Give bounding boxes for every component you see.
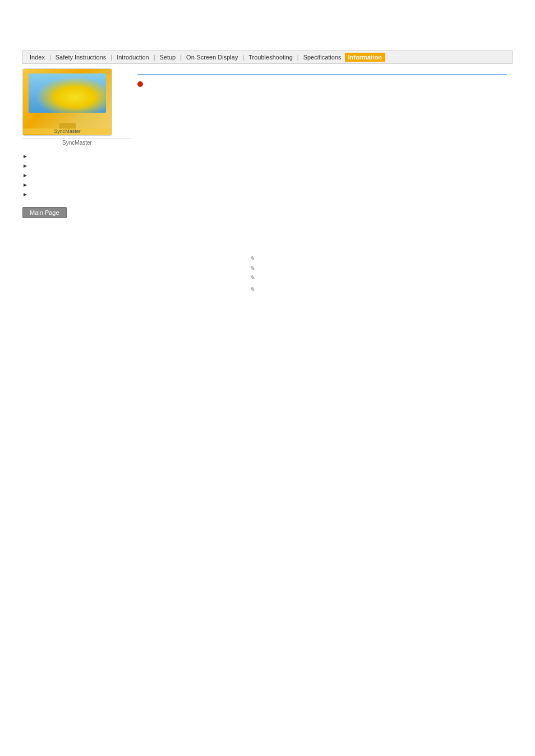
arrow-icon-5: ► bbox=[22, 191, 28, 197]
monitor-image: SyncMaster bbox=[22, 68, 112, 136]
nav-sep-5: | bbox=[241, 54, 245, 61]
content-area: ✎ ✎ ✎ ✎ bbox=[132, 64, 513, 300]
sidebar-menu: ► ► ► ► ► bbox=[22, 151, 132, 199]
nav-information[interactable]: Information bbox=[345, 53, 386, 62]
sidebar-item-4[interactable]: ► bbox=[22, 180, 132, 190]
sidebar-item-3[interactable]: ► bbox=[22, 170, 132, 180]
nav-troubleshooting[interactable]: Troubleshooting bbox=[245, 53, 296, 62]
sidebar-caption: SyncMaster bbox=[22, 138, 132, 147]
nav-sep-4: | bbox=[179, 54, 183, 61]
note-item-3: ✎ bbox=[250, 274, 507, 282]
arrow-icon-3: ► bbox=[22, 172, 28, 178]
arrow-icon-1: ► bbox=[22, 153, 28, 159]
nav-sep-1: | bbox=[48, 54, 52, 61]
sidebar-item-1[interactable]: ► bbox=[22, 151, 132, 161]
monitor-screen bbox=[29, 73, 106, 113]
nav-setup[interactable]: Setup bbox=[156, 53, 179, 62]
content-divider bbox=[137, 74, 507, 75]
sidebar-item-5[interactable]: ► bbox=[22, 190, 132, 199]
note-item-4: ✎ bbox=[250, 286, 507, 293]
nav-specifications[interactable]: Specifications bbox=[300, 53, 345, 62]
monitor-label: SyncMaster bbox=[23, 128, 112, 134]
red-bullet bbox=[137, 81, 143, 87]
note-icon-3: ✎ bbox=[250, 274, 255, 282]
nav-introduction[interactable]: Introduction bbox=[113, 53, 152, 62]
sidebar: SyncMaster SyncMaster ► ► ► ► bbox=[22, 64, 132, 300]
note-icon-1: ✎ bbox=[250, 255, 255, 262]
bullet-row bbox=[137, 81, 507, 87]
note-item-1: ✎ bbox=[250, 255, 507, 262]
nav-sep-3: | bbox=[153, 54, 156, 61]
arrow-icon-2: ► bbox=[22, 163, 28, 169]
nav-sep-2: | bbox=[109, 54, 113, 61]
sidebar-item-2[interactable]: ► bbox=[22, 161, 132, 170]
navbar: Index | Safety Instructions | Introducti… bbox=[22, 50, 513, 64]
main-content: SyncMaster SyncMaster ► ► ► ► bbox=[22, 64, 513, 300]
nav-sep-6: | bbox=[296, 54, 300, 61]
arrow-icon-4: ► bbox=[22, 182, 28, 188]
main-page-button[interactable]: Main Page bbox=[22, 207, 67, 218]
monitor-screen-inner bbox=[29, 73, 106, 113]
nav-osd[interactable]: On-Screen Display bbox=[183, 53, 241, 62]
note-icon-2: ✎ bbox=[250, 265, 255, 272]
note-item-2: ✎ bbox=[250, 265, 507, 272]
notes-section: ✎ ✎ ✎ ✎ bbox=[137, 255, 507, 293]
nav-safety[interactable]: Safety Instructions bbox=[52, 53, 110, 62]
nav-index[interactable]: Index bbox=[26, 53, 48, 62]
note-icon-4: ✎ bbox=[250, 286, 255, 293]
